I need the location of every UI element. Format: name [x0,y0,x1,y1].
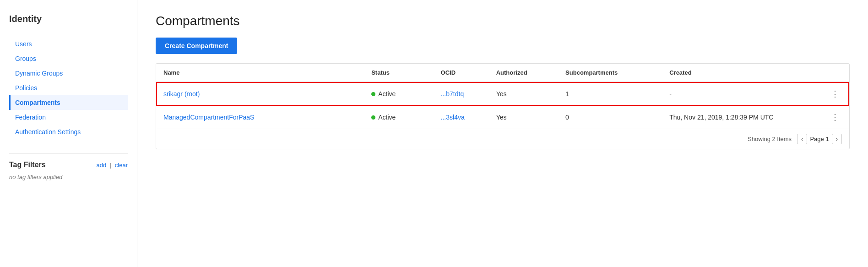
cell-actions-2: ⋮ [814,106,849,129]
pagination-controls: ‹ Page 1 › [797,134,842,144]
row-actions-button-2[interactable]: ⋮ [828,111,842,123]
page-label: Page 1 [810,136,829,142]
table-body: srikagr (root) Active ...b7tdtq Yes 1 - [156,82,849,129]
table-row: ManagedCompartmentForPaaS Active ...3sl4… [156,106,849,129]
tag-filters-empty-text: no tag filters applied [9,174,128,180]
main-content: Compartments Create Compartment Name Sta… [137,0,868,267]
col-header-ocid: OCID [434,64,489,82]
status-text-2: Active [378,114,396,121]
cell-actions-1: ⋮ [814,82,849,106]
cell-status-2: Active [364,106,433,129]
status-badge-1: Active [371,90,426,98]
tag-filters-actions: add | clear [96,162,128,169]
cell-created-1: - [662,82,814,106]
table-header-row: Name Status OCID Authorized Subcompartme… [156,64,849,82]
pagination-next-button[interactable]: › [832,134,842,144]
sidebar-item-dynamic-groups[interactable]: Dynamic Groups [9,66,128,81]
showing-items-text: Showing 2 Items [748,136,792,142]
sidebar-item-authentication-settings[interactable]: Authentication Settings [9,125,128,139]
create-compartment-button[interactable]: Create Compartment [156,38,237,54]
col-header-name: Name [156,64,364,82]
sidebar: Identity Users Groups Dynamic Groups Pol… [0,0,137,267]
cell-subcompartments-1: 1 [558,82,662,106]
cell-created-2: Thu, Nov 21, 2019, 1:28:39 PM UTC [662,106,814,129]
sidebar-nav: Users Groups Dynamic Groups Policies Com… [9,37,128,139]
tag-filters-title: Tag Filters [9,161,46,169]
table-footer: Showing 2 Items ‹ Page 1 › [156,129,849,149]
compartments-table-container: Name Status OCID Authorized Subcompartme… [156,63,850,149]
ocid-link-2[interactable]: ...3sl4va [441,114,465,121]
tag-filters-pipe: | [110,162,111,169]
table-header: Name Status OCID Authorized Subcompartme… [156,64,849,82]
col-header-actions [814,64,849,82]
cell-status-1: Active [364,82,433,106]
cell-name-1: srikagr (root) [156,82,364,106]
tag-filters-section: Tag Filters add | clear no tag filters a… [9,153,128,180]
status-dot-2 [371,115,375,120]
compartment-name-link-2[interactable]: ManagedCompartmentForPaaS [163,114,254,121]
cell-authorized-1: Yes [489,82,558,106]
table-row: srikagr (root) Active ...b7tdtq Yes 1 - [156,82,849,106]
cell-authorized-2: Yes [489,106,558,129]
cell-ocid-1: ...b7tdtq [434,82,489,106]
col-header-subcompartments: Subcompartments [558,64,662,82]
row-actions-button-1[interactable]: ⋮ [828,88,842,100]
ocid-link-1[interactable]: ...b7tdtq [441,90,464,98]
sidebar-item-users[interactable]: Users [9,37,128,51]
compartment-name-link-1[interactable]: srikagr (root) [163,90,200,98]
tag-filters-add-link[interactable]: add [96,162,106,169]
sidebar-divider [9,30,128,30]
status-dot-1 [371,92,375,96]
status-badge-2: Active [371,114,426,121]
col-header-status: Status [364,64,433,82]
cell-subcompartments-2: 0 [558,106,662,129]
pagination-prev-button[interactable]: ‹ [797,134,807,144]
tag-filters-clear-link[interactable]: clear [115,162,128,169]
sidebar-item-compartments[interactable]: Compartments [9,95,128,110]
col-header-created: Created [662,64,814,82]
status-text-1: Active [378,90,396,98]
tag-filters-header: Tag Filters add | clear [9,161,128,169]
col-header-authorized: Authorized [489,64,558,82]
sidebar-item-federation[interactable]: Federation [9,110,128,125]
cell-name-2: ManagedCompartmentForPaaS [156,106,364,129]
compartments-table: Name Status OCID Authorized Subcompartme… [156,64,849,129]
sidebar-item-policies[interactable]: Policies [9,81,128,95]
cell-ocid-2: ...3sl4va [434,106,489,129]
page-title: Compartments [156,14,850,28]
sidebar-title: Identity [9,14,128,24]
sidebar-item-groups[interactable]: Groups [9,51,128,66]
